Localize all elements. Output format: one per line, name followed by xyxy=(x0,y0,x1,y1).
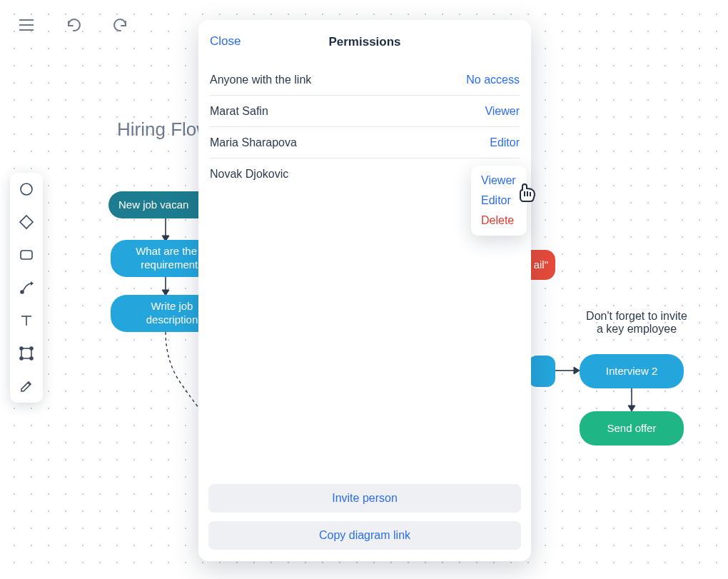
svg-point-3 xyxy=(21,183,32,195)
flow-node-send-offer[interactable]: Send offer xyxy=(580,411,684,445)
circle-shape-icon[interactable] xyxy=(17,180,36,198)
permission-value[interactable]: No access xyxy=(466,74,520,86)
text-icon[interactable] xyxy=(17,311,36,330)
role-option-editor[interactable]: Editor xyxy=(481,194,517,207)
node-label: Send offer xyxy=(607,422,657,435)
modal-title: Permissions xyxy=(328,35,400,49)
svg-marker-4 xyxy=(20,216,33,228)
connector-icon[interactable] xyxy=(17,278,36,297)
permission-row[interactable]: Maria Sharapova Editor xyxy=(210,127,520,158)
permission-label: Marat Safin xyxy=(210,105,268,118)
permission-label: Maria Sharapova xyxy=(210,136,297,149)
top-toolbar xyxy=(16,14,131,36)
node-label: description xyxy=(146,313,198,326)
svg-marker-24 xyxy=(628,406,635,411)
pencil-icon[interactable] xyxy=(17,377,36,396)
node-label: requirements xyxy=(141,258,203,271)
node-label: What are the jo xyxy=(136,245,208,257)
role-option-delete[interactable]: Delete xyxy=(481,214,517,227)
diamond-shape-icon[interactable] xyxy=(17,213,36,231)
node-label: Write job xyxy=(151,300,193,312)
invite-person-button[interactable]: Invite person xyxy=(208,484,521,513)
arrow-icon xyxy=(160,277,171,297)
node-label: Interview 2 xyxy=(606,365,658,378)
hamburger-menu-icon[interactable] xyxy=(16,14,37,36)
modal-footer: Invite person Copy diagram link xyxy=(198,477,531,561)
permission-label: Anyone with the link xyxy=(210,74,311,86)
copy-link-button[interactable]: Copy diagram link xyxy=(208,521,521,550)
frame-icon[interactable] xyxy=(17,344,36,363)
svg-point-11 xyxy=(20,347,23,350)
svg-marker-7 xyxy=(31,281,34,286)
flow-node-interview2[interactable]: Interview 2 xyxy=(580,354,684,388)
modal-header: Close Permissions xyxy=(198,20,531,64)
svg-point-12 xyxy=(30,347,33,350)
rectangle-shape-icon[interactable] xyxy=(17,246,36,264)
undo-icon[interactable] xyxy=(63,14,84,36)
permission-label: Novak Djokovic xyxy=(210,168,288,181)
permission-value[interactable]: Viewer xyxy=(485,105,520,118)
arrow-icon xyxy=(555,365,581,376)
dashed-connector xyxy=(160,332,203,411)
role-option-viewer[interactable]: Viewer xyxy=(481,174,517,187)
svg-marker-22 xyxy=(574,367,580,374)
redo-icon[interactable] xyxy=(110,14,131,36)
flow-node-fragment[interactable] xyxy=(528,356,555,387)
permission-row[interactable]: Anyone with the link No access xyxy=(210,64,520,96)
permission-value[interactable]: Editor xyxy=(490,136,520,149)
diagram-title: Hiring Flow xyxy=(117,119,210,141)
shape-toolbox xyxy=(10,173,43,403)
svg-point-14 xyxy=(30,357,33,360)
arrow-icon xyxy=(160,218,171,243)
node-label: ail" xyxy=(534,258,548,272)
close-button[interactable]: Close xyxy=(210,34,241,49)
permission-row[interactable]: Marat Safin Viewer xyxy=(210,96,520,127)
svg-point-13 xyxy=(20,357,23,360)
pointer-cursor-icon xyxy=(514,177,538,206)
svg-rect-5 xyxy=(21,251,32,259)
node-label: New job vacan xyxy=(118,198,188,212)
permissions-modal: Close Permissions Anyone with the link N… xyxy=(198,20,531,561)
svg-rect-10 xyxy=(21,348,31,358)
diagram-note: Don't forget to invitea key employee xyxy=(580,310,694,336)
arrow-icon xyxy=(626,388,637,413)
